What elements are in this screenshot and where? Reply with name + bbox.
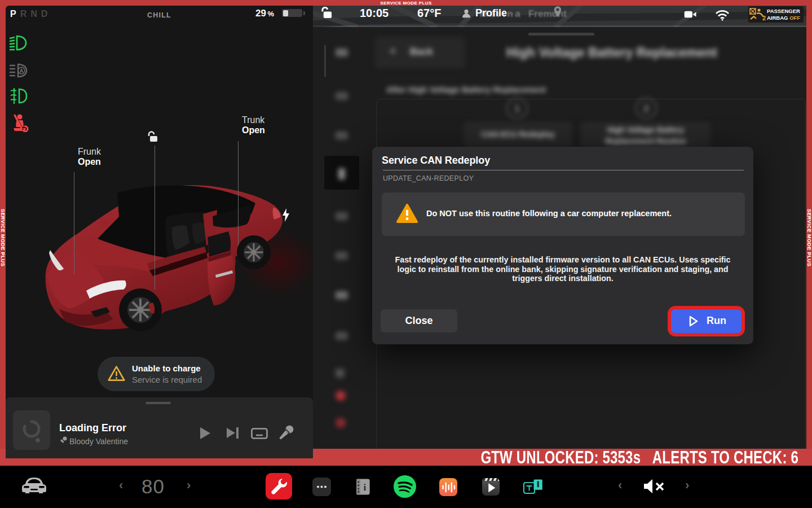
svg-text:i: i xyxy=(364,482,367,493)
svg-text:2: 2 xyxy=(762,15,766,21)
